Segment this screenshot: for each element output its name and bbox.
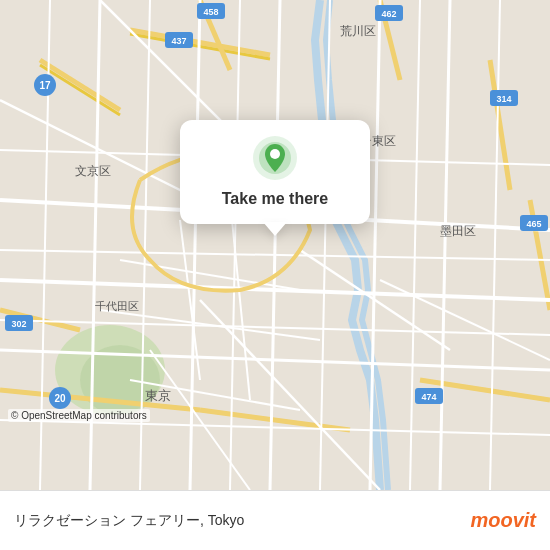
svg-text:458: 458: [203, 7, 218, 17]
svg-text:314: 314: [496, 94, 511, 104]
place-name: リラクゼーション フェアリー, Tokyo: [14, 512, 244, 530]
location-pin-icon: [253, 136, 297, 180]
svg-text:文京区: 文京区: [75, 164, 111, 178]
svg-text:荒川区: 荒川区: [340, 24, 376, 38]
svg-point-70: [270, 149, 280, 159]
svg-text:302: 302: [11, 319, 26, 329]
svg-text:千代田区: 千代田区: [95, 300, 139, 312]
svg-text:東京: 東京: [145, 388, 171, 403]
moovit-logo: moovit: [470, 509, 536, 532]
svg-text:474: 474: [421, 392, 436, 402]
svg-text:462: 462: [381, 9, 396, 19]
take-me-there-button[interactable]: Take me there: [222, 190, 328, 208]
svg-text:437: 437: [171, 36, 186, 46]
svg-text:465: 465: [526, 219, 541, 229]
svg-text:20: 20: [54, 393, 66, 404]
svg-text:墨田区: 墨田区: [440, 224, 476, 238]
popup-card: Take me there: [180, 120, 370, 224]
svg-text:17: 17: [39, 80, 51, 91]
map-container: 荒川区 文京区 台東区 墨田区 千代田区 東京 17 437 458 462 3…: [0, 0, 550, 490]
bottom-bar: リラクゼーション フェアリー, Tokyo moovit: [0, 490, 550, 550]
osm-credit: © OpenStreetMap contributors: [8, 409, 150, 422]
moovit-logo-text: moovit: [470, 509, 536, 532]
